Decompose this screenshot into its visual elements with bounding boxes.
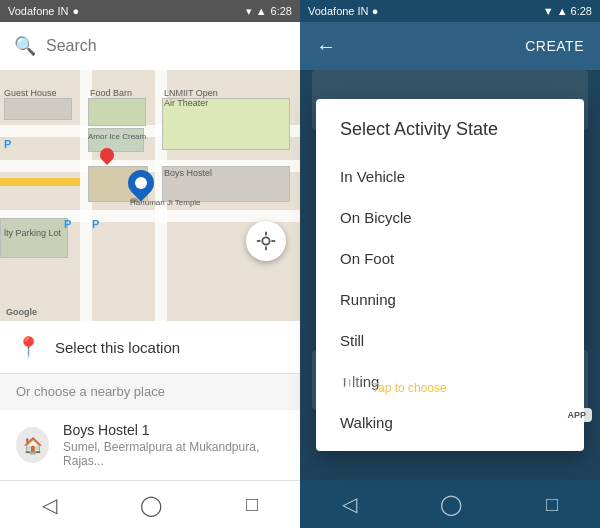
- wifi-icon: ▾: [246, 5, 252, 18]
- create-button[interactable]: CREATE: [525, 38, 584, 54]
- carrier-right: Vodafone IN ●: [308, 5, 378, 17]
- label-lnmiit: LNMIIT Open: [164, 88, 218, 98]
- label-p1: P: [4, 138, 11, 150]
- road-yellow: [0, 178, 80, 186]
- label-theater: Air Theater: [164, 98, 208, 108]
- status-bar-right: Vodafone IN ● ▼ ▲ 6:28: [300, 0, 600, 22]
- right-panel: Vodafone IN ● ▼ ▲ 6:28 ← CREATE Select A…: [300, 0, 600, 528]
- label-guest: Guest House: [4, 88, 57, 98]
- time-toggle[interactable]: [540, 370, 576, 390]
- carrier-text: Vodafone IN: [8, 5, 69, 17]
- wifi-icon-right: ▼: [543, 5, 557, 17]
- time-label: Time: [372, 365, 447, 381]
- pin-red: [100, 148, 116, 168]
- recent-nav-right[interactable]: □: [546, 493, 558, 516]
- place-address: Sumel, Beermalpura at Mukandpura, Rajas.…: [63, 440, 284, 468]
- nav-bar-left: ◁ ◯ □: [0, 480, 300, 528]
- label-parking: lty Parking Lot: [4, 228, 61, 238]
- place-item[interactable]: 🏠 Boys Hostel 1 Sumel, Beermalpura at Mu…: [0, 409, 300, 480]
- signal-icon-right: ▲: [557, 5, 571, 17]
- search-bar[interactable]: 🔍: [0, 22, 300, 70]
- time-text: 6:28: [271, 5, 292, 17]
- search-input[interactable]: [46, 37, 286, 55]
- location-pin-icon: 📍: [16, 335, 41, 359]
- back-button-right[interactable]: ←: [316, 35, 336, 58]
- carrier-text-right: Vodafone IN: [308, 5, 369, 17]
- dialog-overlay: Select Activity State In Vehicle On Bicy…: [300, 70, 600, 480]
- carrier-info: Vodafone IN ●: [8, 5, 79, 17]
- home-nav-button[interactable]: ◯: [140, 493, 162, 517]
- dialog-title: Select Activity State: [316, 119, 584, 156]
- google-logo: Google: [6, 307, 37, 317]
- building-guest: [4, 98, 72, 120]
- activity-running[interactable]: Running: [316, 279, 584, 320]
- map-area: Guest House Food Barn Amor Ice Cream LNM…: [0, 70, 300, 321]
- status-icons-right: ▼ ▲ 6:28: [543, 5, 592, 17]
- select-location-bar[interactable]: 📍 Select this location: [0, 321, 300, 374]
- time-right: 6:28: [571, 5, 592, 17]
- label-food: Food Barn: [90, 88, 132, 98]
- app-watermark: APP: [561, 408, 592, 422]
- nav-bar-right: ◁ ◯ □: [300, 480, 600, 528]
- search-icon: 🔍: [14, 35, 36, 57]
- svg-point-0: [262, 237, 269, 244]
- building-food: [88, 98, 146, 126]
- location-icon: ●: [73, 5, 80, 17]
- recent-nav-button[interactable]: □: [246, 493, 258, 516]
- activity-in-vehicle[interactable]: In Vehicle: [316, 156, 584, 197]
- label-icecream: Amor Ice Cream: [88, 132, 146, 141]
- time-icon-wrap: [324, 362, 360, 398]
- status-icons: ▾ ▲ 6:28: [246, 5, 292, 18]
- location-icon-right: ●: [372, 5, 379, 17]
- label-p3: P: [64, 218, 71, 230]
- label-p2: P: [92, 218, 99, 230]
- time-card[interactable]: Time Tap to choose: [312, 350, 588, 410]
- pin-blue: [128, 170, 154, 202]
- left-panel: Vodafone IN ● ▾ ▲ 6:28 🔍 Guest House Foo…: [0, 0, 300, 528]
- place-icon: 🏠: [16, 427, 49, 463]
- label-hostel-r: Boys Hostel: [164, 168, 212, 178]
- time-sub: Tap to choose: [372, 381, 447, 395]
- back-nav-button[interactable]: ◁: [42, 493, 57, 517]
- back-nav-right[interactable]: ◁: [342, 492, 357, 516]
- svg-rect-5: [333, 373, 351, 388]
- nearby-label: Or choose a nearby place: [0, 374, 300, 409]
- activity-on-bicycle[interactable]: On Bicycle: [316, 197, 584, 238]
- select-location-label: Select this location: [55, 339, 180, 356]
- time-text-wrap: Time Tap to choose: [372, 365, 447, 395]
- place-info: Boys Hostel 1 Sumel, Beermalpura at Muka…: [63, 422, 284, 468]
- building-parking: [0, 218, 68, 258]
- location-crosshair-button[interactable]: [246, 221, 286, 261]
- activity-on-foot[interactable]: On Foot: [316, 238, 584, 279]
- right-content: Select Activity State In Vehicle On Bicy…: [300, 70, 600, 480]
- status-bar-left: Vodafone IN ● ▾ ▲ 6:28: [0, 0, 300, 22]
- top-bar-right: ← CREATE: [300, 22, 600, 70]
- home-nav-right[interactable]: ◯: [440, 492, 462, 516]
- place-name: Boys Hostel 1: [63, 422, 284, 438]
- signal-icon: ▲: [256, 5, 267, 17]
